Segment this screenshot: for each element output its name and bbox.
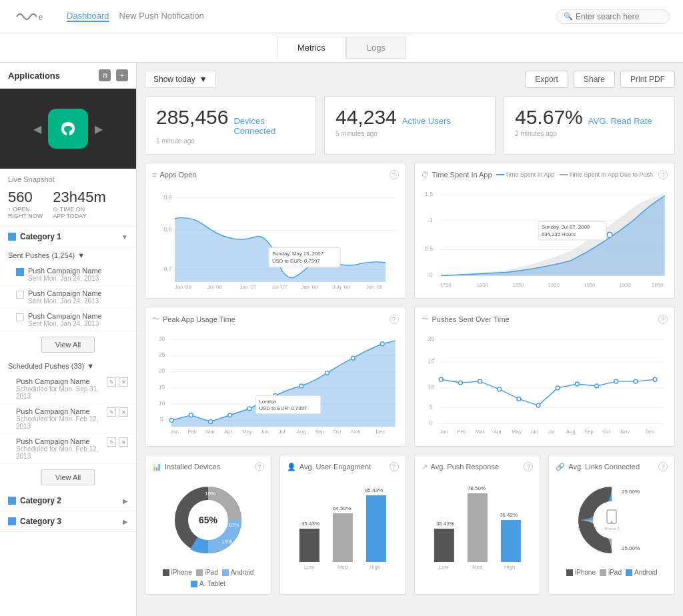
- scheduled-pushes-header[interactable]: Scheduled Pushes (33) ▼: [0, 358, 136, 374]
- svg-text:50.00%: 50.00%: [578, 525, 596, 531]
- push-response-help[interactable]: ?: [524, 462, 533, 471]
- svg-point-90: [575, 382, 579, 386]
- stat-card-read: 45.67% AVG. Read Rate 2 minutes ago: [504, 96, 675, 155]
- toolbar-left: Show today ▼: [145, 71, 216, 88]
- edit-btn-1[interactable]: ✎: [107, 377, 116, 387]
- logo: e: [13, 10, 53, 23]
- category-2[interactable]: Category 2 ▶: [0, 491, 136, 511]
- settings-icon[interactable]: ⚙: [99, 69, 111, 81]
- svg-text:1750: 1750: [440, 282, 452, 288]
- category-1-checkbox[interactable]: [8, 233, 16, 241]
- category-3-checkbox[interactable]: [8, 517, 16, 525]
- svg-text:10%: 10%: [205, 491, 215, 497]
- users-sub: 5 minutes ago: [335, 130, 484, 137]
- svg-point-133: [611, 521, 613, 523]
- svg-text:10: 10: [428, 384, 434, 391]
- time-spent-help[interactable]: ?: [658, 170, 668, 179]
- view-all-scheduled[interactable]: View All: [41, 469, 95, 485]
- svg-point-89: [556, 386, 560, 390]
- svg-text:0.8: 0.8: [164, 226, 172, 233]
- installed-help[interactable]: ?: [255, 462, 264, 471]
- svg-rect-128: [500, 520, 520, 562]
- category-2-label: Category 2: [20, 496, 119, 505]
- export-button[interactable]: Export: [525, 71, 568, 88]
- show-today-dropdown[interactable]: Show today ▼: [145, 71, 216, 88]
- delete-btn-1[interactable]: ✕: [119, 377, 128, 387]
- svg-point-92: [614, 379, 618, 383]
- header-left: e Dashboard New Push Notification: [13, 10, 204, 23]
- scheduled-item-1: Push Campaign Name Scheduled for Mon. Se…: [0, 374, 136, 404]
- category-1-arrow[interactable]: ▼: [121, 233, 128, 241]
- svg-point-131: [593, 501, 630, 539]
- apps-open-svg: 0.9 0.8 0.7 Sunday, May 13, 2007 USD to …: [152, 185, 399, 291]
- nav-dashboard[interactable]: Dashboard: [67, 11, 109, 22]
- push-response-label: Avg. Push Response: [431, 463, 500, 471]
- svg-text:Apr: Apr: [493, 429, 501, 435]
- print-pdf-button[interactable]: Print PDF: [620, 71, 675, 88]
- tab-metrics[interactable]: Metrics: [277, 37, 346, 59]
- tab-logs[interactable]: Logs: [346, 37, 406, 59]
- edit-btn-3[interactable]: ✎: [107, 437, 116, 447]
- pushes-help[interactable]: ?: [658, 315, 668, 324]
- push-2-checkbox[interactable]: [16, 291, 24, 299]
- push-3-name: Push Campaign Name: [28, 312, 102, 320]
- avg-links-chart: 🔗 Avg. Links Connected ?: [548, 455, 675, 595]
- delete-btn-3[interactable]: ✕: [119, 437, 128, 447]
- engagement-help[interactable]: ?: [390, 462, 399, 471]
- legend-ipad: iPad: [196, 569, 218, 576]
- scheduled-3-date: Scheduled for Mon. Feb 12, 2013: [16, 445, 103, 460]
- add-icon[interactable]: +: [116, 69, 128, 81]
- apps-open-help[interactable]: ?: [390, 170, 399, 179]
- push-2-date: Sent Mon. Jan 24, 2013: [28, 297, 102, 305]
- svg-text:London: London: [259, 399, 276, 405]
- category-2-checkbox[interactable]: [8, 497, 16, 505]
- peak-usage-title: 〜 Peak App Usage Time ?: [152, 314, 399, 324]
- devices-number: 285,456: [156, 106, 228, 129]
- push-2-name: Push Campaign Name: [28, 289, 102, 297]
- svg-text:0.5: 0.5: [424, 245, 432, 252]
- svg-text:Jun: Jun: [260, 429, 269, 435]
- category-3[interactable]: Category 3 ▶: [0, 511, 136, 532]
- stat-top-read: 45.67% AVG. Read Rate: [515, 106, 664, 129]
- category-2-arrow[interactable]: ▶: [123, 497, 128, 505]
- view-all-sent[interactable]: View All: [41, 337, 95, 353]
- devices-label: Devices Connected: [233, 116, 305, 136]
- category-1[interactable]: Category 1 ▼: [0, 227, 136, 247]
- scheduled-2-info: Push Campaign Name Scheduled for Mon. Fe…: [16, 407, 103, 430]
- push-3-checkbox[interactable]: [16, 313, 24, 321]
- svg-text:634,235 Hours: 634,235 Hours: [541, 231, 575, 237]
- push-response-title: ↗ Avg. Push Response ?: [422, 462, 534, 471]
- sent-pushes-header[interactable]: Sent Pushes (1,254) ▼: [0, 247, 136, 263]
- links-label: Avg. Links Connected: [568, 463, 640, 471]
- share-button[interactable]: Share: [574, 71, 615, 88]
- prev-app-arrow[interactable]: ◀: [33, 123, 41, 135]
- svg-point-88: [536, 403, 540, 407]
- svg-text:Sunday, May 13, 2007: Sunday, May 13, 2007: [272, 251, 323, 257]
- svg-text:High: High: [504, 564, 514, 570]
- search-input[interactable]: [576, 12, 662, 21]
- svg-text:Dec: Dec: [376, 429, 385, 435]
- pushes-sent-title: 〜 Pushes Sent Over Time ?: [422, 314, 668, 324]
- nav-push[interactable]: New Push Notification: [119, 11, 204, 22]
- delete-btn-2[interactable]: ✕: [119, 407, 128, 417]
- svg-text:15%: 15%: [221, 539, 232, 545]
- pushes-sent-chart: 〜 Pushes Sent Over Time ? 20 15 10 5 0: [414, 307, 676, 447]
- next-app-arrow[interactable]: ▶: [95, 123, 103, 135]
- push-3-date: Sent Mon. Jan 24, 2013: [28, 320, 102, 327]
- svg-text:64.50%: 64.50%: [333, 505, 351, 511]
- donut-legend-android: Android: [626, 569, 657, 576]
- svg-text:35.43%: 35.43%: [436, 521, 454, 527]
- category-3-arrow[interactable]: ▶: [123, 518, 128, 525]
- push-1-checkbox[interactable]: [16, 268, 24, 276]
- app-icon-vine[interactable]: [48, 109, 88, 149]
- peak-help[interactable]: ?: [390, 315, 399, 324]
- svg-text:USD to EUR: 0.7397: USD to EUR: 0.7397: [259, 405, 307, 411]
- apps-open-title: ≡ Apps Open ?: [152, 170, 399, 179]
- edit-btn-2[interactable]: ✎: [107, 407, 116, 417]
- links-help[interactable]: ?: [658, 462, 668, 471]
- peak-label: Peak App Usage Time: [163, 315, 235, 323]
- push-response-svg: 35.43% Low 78.50% Med 36.42% High: [422, 477, 534, 570]
- pushes-sent-svg: 20 15 10 5 0: [422, 329, 668, 439]
- apps-open-chart: ≡ Apps Open ? 0.9 0.8 0.7: [145, 163, 406, 299]
- svg-rect-125: [467, 493, 487, 562]
